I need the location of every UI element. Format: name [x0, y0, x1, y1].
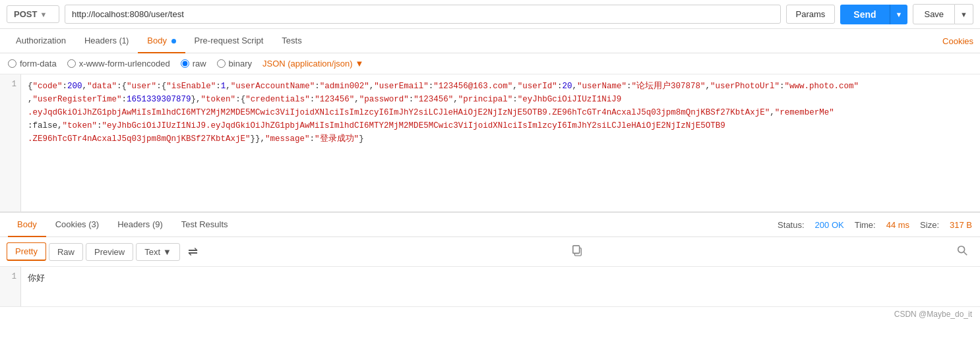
watermark-text: CSDN @Maybe_do_it [894, 310, 972, 319]
save-dropdown-button[interactable]: ▼ [955, 4, 973, 24]
json-chevron-icon: ▼ [355, 59, 364, 69]
save-btn-group: Save ▼ [913, 4, 973, 24]
copy-button[interactable] [566, 241, 588, 262]
type-chevron-icon: ▼ [163, 247, 171, 257]
raw-button[interactable]: Raw [49, 243, 83, 261]
radio-x-www-form-urlencoded[interactable]: x-www-form-urlencoded [67, 59, 170, 69]
pretty-button[interactable]: Pretty [7, 242, 46, 261]
svg-point-3 [958, 246, 965, 253]
res-tab-body[interactable]: Body [8, 213, 46, 237]
svg-rect-1 [573, 246, 580, 254]
response-tabs: Body Cookies (3) Headers (9) Test Result… [8, 213, 237, 236]
cookies-link[interactable]: Cookies [942, 30, 973, 53]
response-body: 1 你好 [0, 267, 980, 306]
status-label: Status: [778, 220, 804, 230]
req-line-numbers: 1 [0, 74, 21, 211]
request-tabs: Authorization Headers (1) Body Pre-reque… [0, 29, 980, 53]
size-label: Size: [920, 220, 939, 230]
response-toolbar: Pretty Raw Preview Text ▼ ⇌ [0, 237, 980, 267]
send-btn-group: Send ▼ [840, 5, 907, 24]
response-area: Body Cookies (3) Headers (9) Test Result… [0, 213, 980, 321]
tab-body[interactable]: Body [138, 29, 185, 53]
send-button[interactable]: Send [840, 5, 889, 24]
tab-headers[interactable]: Headers (1) [75, 29, 138, 53]
radio-raw[interactable]: raw [181, 59, 206, 69]
save-button[interactable]: Save [913, 4, 955, 24]
res-tab-test-results[interactable]: Test Results [172, 213, 237, 237]
res-line-numbers: 1 [0, 267, 21, 306]
response-header-bar: Body Cookies (3) Headers (9) Test Result… [0, 213, 980, 237]
status-value: 200 OK [815, 220, 844, 230]
params-button[interactable]: Params [786, 5, 836, 24]
tab-authorization[interactable]: Authorization [7, 29, 75, 53]
radio-binary[interactable]: binary [217, 59, 252, 69]
method-chevron-icon: ▼ [40, 11, 47, 18]
body-dot-indicator [171, 39, 176, 43]
top-bar: POST ▼ Params Send ▼ Save ▼ [0, 0, 980, 29]
preview-button[interactable]: Preview [86, 243, 133, 261]
status-info: Status: 200 OK Time: 44 ms Size: 317 B [778, 220, 972, 230]
res-code-content: 你好 [21, 267, 980, 306]
res-tab-cookies[interactable]: Cookies (3) [46, 213, 108, 237]
send-dropdown-button[interactable]: ▼ [890, 5, 908, 24]
url-input[interactable] [65, 5, 781, 24]
tab-tests[interactable]: Tests [272, 29, 311, 53]
search-button[interactable] [951, 241, 973, 262]
req-code-content[interactable]: {"code":200,"data":{"user":{"isEnable":1… [21, 74, 980, 211]
sort-icon[interactable]: ⇌ [183, 242, 203, 262]
request-body-editor: 1 {"code":200,"data":{"user":{"isEnable"… [0, 74, 980, 213]
res-tab-headers[interactable]: Headers (9) [108, 213, 172, 237]
tab-pre-request[interactable]: Pre-request Script [185, 29, 273, 53]
method-selector[interactable]: POST ▼ [7, 5, 59, 23]
radio-form-data[interactable]: form-data [8, 59, 57, 69]
size-value: 317 B [950, 220, 972, 230]
svg-line-4 [964, 252, 967, 256]
body-type-bar: form-data x-www-form-urlencoded raw bina… [0, 53, 980, 74]
response-type-selector[interactable]: Text ▼ [136, 243, 180, 261]
method-text: POST [14, 9, 37, 19]
time-label: Time: [855, 220, 876, 230]
bottom-bar: CSDN @Maybe_do_it [0, 306, 980, 321]
time-value: 44 ms [886, 220, 909, 230]
json-format-selector[interactable]: JSON (application/json) ▼ [262, 59, 363, 69]
